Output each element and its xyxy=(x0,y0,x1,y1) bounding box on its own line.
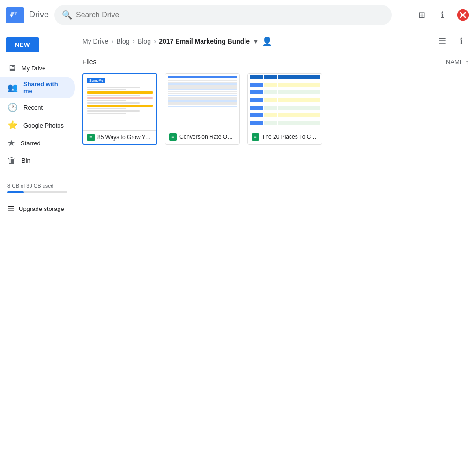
breadcrumb-sep-3: › xyxy=(154,37,156,45)
thumb-sheet xyxy=(248,74,322,130)
file-footer-1: ≡ 85 Ways to Grow Your ... xyxy=(83,130,156,144)
google-photos-icon: ⭐ xyxy=(7,120,18,130)
breadcrumb-blog-1[interactable]: Blog xyxy=(117,38,130,45)
file-name-3: The 20 Places To Colle... xyxy=(262,134,318,140)
files-grid: SumoMe xyxy=(75,69,476,152)
storage-text: 8 GB of 30 GB used xyxy=(7,183,53,188)
sort-icon: ↑ xyxy=(466,59,469,66)
search-input[interactable] xyxy=(76,11,384,19)
file-thumbnail-1: SumoMe xyxy=(83,74,156,130)
breadcrumb: My Drive › Blog › Blog › 2017 Email Mark… xyxy=(82,36,272,46)
search-icon: 🔍 xyxy=(62,10,72,20)
file-type-icon-1: ≡ xyxy=(87,134,95,141)
upgrade-label: Upgrade storage xyxy=(19,205,64,212)
files-header: Files NAME ↑ xyxy=(75,52,476,69)
file-card-2[interactable]: ≡ Conversion Rate Optim... xyxy=(165,73,240,145)
details-icon[interactable]: ℹ xyxy=(454,34,469,49)
file-thumbnail-2 xyxy=(165,74,239,130)
file-type-icon-3: ≡ xyxy=(252,133,259,141)
breadcrumb-sep-1: › xyxy=(111,37,113,45)
search-bar[interactable]: 🔍 xyxy=(54,5,392,25)
sidebar-item-label: Starred xyxy=(21,140,41,147)
storage-bar-fill xyxy=(7,191,24,193)
file-name-2: Conversion Rate Optim... xyxy=(179,134,236,140)
upgrade-icon: ☰ xyxy=(7,204,14,213)
top-bar: Drive 🔍 ⊞ ℹ xyxy=(0,0,476,30)
bin-icon: 🗑 xyxy=(7,156,16,165)
breadcrumb-bundle[interactable]: 2017 Email Marketing Bundle xyxy=(159,38,250,45)
breadcrumb-dropdown-icon[interactable]: ▼ xyxy=(253,38,259,45)
content-area: My Drive › Blog › Blog › 2017 Email Mark… xyxy=(75,30,476,450)
file-footer-3: ≡ The 20 Places To Colle... xyxy=(248,130,322,143)
sidebar-item-label: Shared with me xyxy=(23,81,67,95)
file-thumbnail-3 xyxy=(248,74,322,130)
sidebar-item-recent[interactable]: 🕐 Recent xyxy=(0,98,75,116)
storage-info: 8 GB of 30 GB used xyxy=(0,177,75,202)
file-footer-2: ≡ Conversion Rate Optim... xyxy=(165,130,239,143)
breadcrumb-bar: My Drive › Blog › Blog › 2017 Email Mark… xyxy=(75,30,476,52)
breadcrumb-my-drive[interactable]: My Drive xyxy=(82,38,108,45)
sidebar: NEW 🖥 My Drive 👥 Shared with me 🕐 Recent… xyxy=(0,30,75,450)
file-card-1[interactable]: SumoMe xyxy=(82,73,157,145)
sort-button[interactable]: NAME ↑ xyxy=(446,59,469,66)
file-card-3[interactable]: ≡ The 20 Places To Colle... xyxy=(247,73,322,145)
sidebar-item-my-drive[interactable]: 🖥 My Drive xyxy=(0,60,75,77)
breadcrumb-shared-icon[interactable]: 👤 xyxy=(262,36,272,46)
info-icon[interactable]: ℹ xyxy=(435,8,450,22)
drive-logo-text: Drive xyxy=(29,10,49,20)
grid-view-icon[interactable]: ⊞ xyxy=(414,8,429,22)
sidebar-item-label: Recent xyxy=(23,104,43,111)
new-button[interactable]: NEW xyxy=(6,38,39,52)
main-container: NEW 🖥 My Drive 👥 Shared with me 🕐 Recent… xyxy=(0,30,476,450)
sort-label: NAME xyxy=(446,59,464,66)
breadcrumb-blog-2[interactable]: Blog xyxy=(138,38,151,45)
sidebar-item-starred[interactable]: ★ Starred xyxy=(0,134,75,152)
sidebar-item-bin[interactable]: 🗑 Bin xyxy=(0,152,75,169)
sidebar-item-label: My Drive xyxy=(22,65,45,72)
breadcrumb-sep-2: › xyxy=(133,37,135,45)
my-drive-icon: 🖥 xyxy=(7,63,16,73)
starred-icon: ★ xyxy=(7,138,15,148)
file-type-icon-2: ≡ xyxy=(169,133,177,141)
recent-icon: 🕐 xyxy=(7,102,18,112)
thumb-conv xyxy=(165,74,239,130)
sidebar-item-label: Google Photos xyxy=(23,122,64,129)
breadcrumb-actions: ☰ ℹ xyxy=(435,34,469,49)
drive-logo: Drive xyxy=(6,7,49,23)
thumb-sumome: SumoMe xyxy=(83,74,156,130)
files-label: Files xyxy=(82,58,97,66)
close-button[interactable] xyxy=(455,8,470,22)
sumome-logo: SumoMe xyxy=(87,78,105,83)
sidebar-item-google-photos[interactable]: ⭐ Google Photos xyxy=(0,116,75,134)
upgrade-storage-button[interactable]: ☰ Upgrade storage xyxy=(0,202,75,216)
thumb-lines xyxy=(87,87,153,114)
sidebar-divider xyxy=(0,173,75,173)
file-name-1: 85 Ways to Grow Your ... xyxy=(97,134,153,141)
shared-icon: 👥 xyxy=(7,82,18,93)
storage-bar xyxy=(7,191,67,193)
sidebar-item-shared[interactable]: 👥 Shared with me xyxy=(0,77,75,98)
thumb-grid-lines xyxy=(168,80,237,107)
list-view-icon[interactable]: ☰ xyxy=(435,34,450,49)
top-bar-right: ⊞ ℹ xyxy=(414,8,470,22)
drive-logo-icon xyxy=(6,7,24,23)
sidebar-item-label: Bin xyxy=(22,157,30,164)
